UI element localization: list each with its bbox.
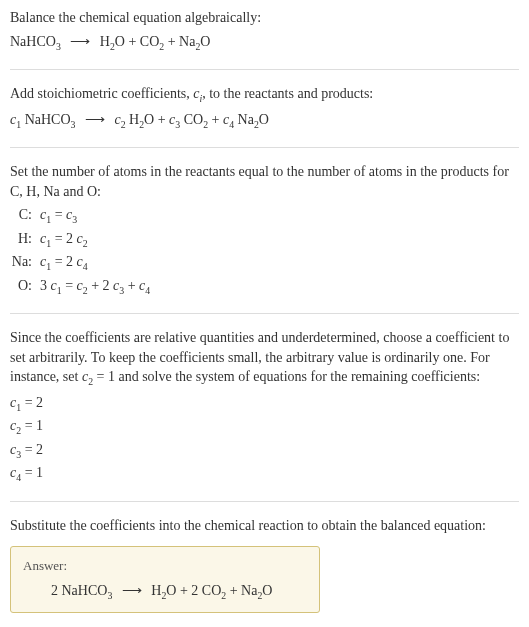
table-row: Na: c1 = 2 c4 [10,252,519,274]
row-eq: c1 = c3 [40,205,77,227]
row-eq: c1 = 2 c4 [40,252,88,274]
section-atom-balance: Set the number of atoms in the reactants… [10,162,519,314]
unbalanced-equation: NaHCO3 ⟶ H2O + CO2 + Na2O [10,32,519,54]
balance-table: C: c1 = c3 H: c1 = 2 c2 Na: c1 = 2 c4 O:… [10,205,519,297]
row-eq: c1 = 2 c2 [40,229,88,251]
row-label: C: [10,205,40,225]
balance-title: Set the number of atoms in the reactants… [10,162,519,201]
arrow-icon: ⟶ [122,581,142,601]
list-item: c2 = 1 [10,416,519,438]
eq-lhs: NaHCO3 [10,34,61,49]
eq-rhs: H2O + CO2 + Na2O [100,34,211,49]
list-item: c3 = 2 [10,440,519,462]
arrow-icon: ⟶ [70,32,90,52]
arrow-icon: ⟶ [85,110,105,130]
section-solve: Since the coefficients are relative quan… [10,328,519,502]
answer-box: Answer: 2 NaHCO3 ⟶ H2O + 2 CO2 + Na2O [10,546,320,614]
substitute-title: Substitute the coefficients into the che… [10,516,519,536]
coeff-equation: c1 NaHCO3 ⟶ c2 H2O + c3 CO2 + c4 Na2O [10,110,519,132]
balanced-equation: 2 NaHCO3 ⟶ H2O + 2 CO2 + Na2O [23,581,307,603]
table-row: H: c1 = 2 c2 [10,229,519,251]
table-row: O: 3 c1 = c2 + 2 c3 + c4 [10,276,519,298]
section-coefficients: Add stoichiometric coefficients, ci, to … [10,84,519,148]
row-label: Na: [10,252,40,272]
section-answer: Substitute the coefficients into the che… [10,516,519,613]
list-item: c4 = 1 [10,463,519,485]
intro-title: Balance the chemical equation algebraica… [10,8,519,28]
answer-label: Answer: [23,557,307,575]
table-row: C: c1 = c3 [10,205,519,227]
solve-title: Since the coefficients are relative quan… [10,328,519,389]
coeff-list: c1 = 2 c2 = 1 c3 = 2 c4 = 1 [10,393,519,485]
list-item: c1 = 2 [10,393,519,415]
coeff-title: Add stoichiometric coefficients, ci, to … [10,84,519,106]
row-eq: 3 c1 = c2 + 2 c3 + c4 [40,276,150,298]
row-label: H: [10,229,40,249]
section-intro: Balance the chemical equation algebraica… [10,8,519,70]
row-label: O: [10,276,40,296]
